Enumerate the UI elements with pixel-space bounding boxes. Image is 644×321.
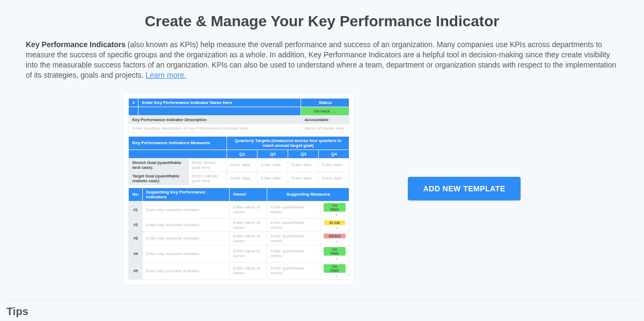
preview-accountable-header: Accountable — [301, 115, 349, 124]
stretch-placeholder: Enter stretch goal here — [188, 158, 227, 171]
col-measures: Supporting Measures — [267, 188, 349, 201]
preview-hash: # — [129, 98, 138, 107]
preview-desc-placeholder: Enter headline description of Key Perfor… — [129, 124, 301, 132]
stretch-label: Stretch Goal (quantifiable best case): — [129, 158, 188, 171]
col-no: No. — [129, 188, 143, 201]
preview-desc-header: Key Performance Indicator Description — [129, 115, 301, 124]
table-row: #4Enter key outcome indicatorEnter name … — [129, 245, 349, 262]
table-row: #3Enter key outcome indicatorEnter name … — [129, 232, 349, 245]
q3: Q3 — [288, 150, 319, 158]
add-new-template-button[interactable]: ADD NEW TEMPLATE — [408, 177, 520, 200]
preview-status-value: On track⌄ — [301, 107, 349, 115]
target-label: Target Goal (quantifiable realistic case… — [129, 171, 188, 185]
preview-acc-placeholder: Name of Owner here — [301, 124, 349, 132]
col-kpi: Supporting Key Performance Indicators — [143, 188, 230, 201]
q4: Q4 — [319, 150, 349, 158]
q1: Q1 — [227, 150, 258, 158]
preview-measures-header: Key Performance Indicators Measures — [129, 136, 227, 150]
page-title: Create & Manage Your Key Performance Ind… — [26, 13, 618, 30]
intro-paragraph: Key Performance Indicators (also known a… — [26, 40, 618, 80]
target-placeholder: Enter realistic goal here — [188, 171, 227, 185]
preview-targets-header: Quarterly Targets (measured across four … — [227, 136, 349, 150]
chevron-down-icon: ⌄ — [333, 109, 336, 113]
table-row: #2Enter key outcome indicatorEnter name … — [129, 218, 349, 232]
table-row: #5Enter key outcome indicatorEnter name … — [129, 262, 349, 279]
learn-more-link[interactable]: Learn more. — [145, 71, 186, 79]
q2: Q2 — [258, 150, 288, 158]
tips-heading: Tips — [6, 305, 639, 318]
intro-bold: Key Performance Indicators — [26, 40, 126, 49]
table-row: #1Enter key outcome indicatorEnter name … — [129, 201, 349, 218]
preview-name-header: Enter Key Performance Indicator Name Her… — [138, 98, 301, 107]
preview-status-header: Status — [301, 98, 349, 107]
template-preview: # Enter Key Performance Indicator Name H… — [123, 93, 354, 285]
col-owner: Owner — [230, 188, 267, 201]
